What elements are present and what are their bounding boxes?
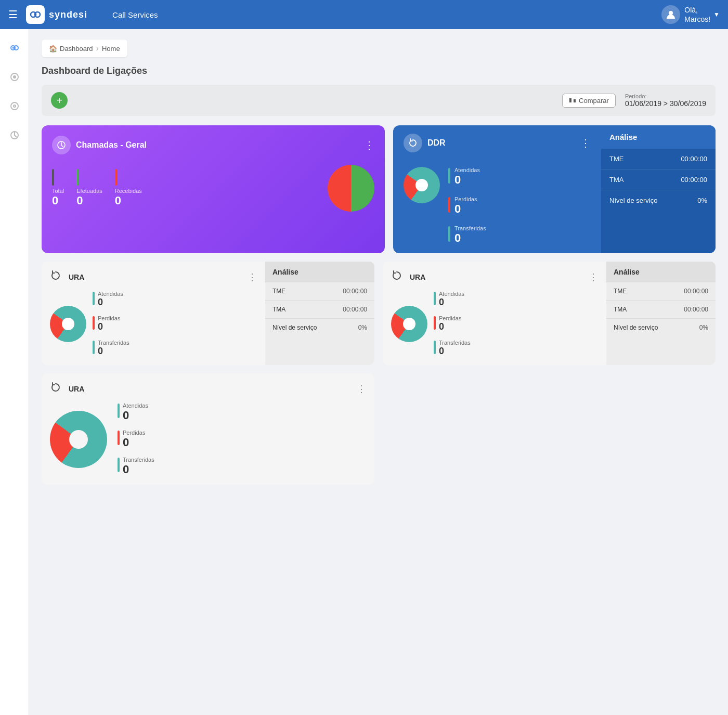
ura2-card: URA ⋮ Atendidas 0	[383, 262, 716, 365]
logo-icon	[30, 9, 41, 20]
breadcrumb-home[interactable]: 🏠 Dashboard	[49, 45, 93, 53]
ura1-menu[interactable]: ⋮	[248, 271, 257, 283]
ura3-body: Atendidas 0 Perdidas 0	[50, 402, 366, 476]
ura1-tme: TME 00:00:00	[265, 282, 374, 301]
ddr-perdidas: Perdidas 0	[448, 196, 486, 216]
chamadas-pie	[328, 165, 374, 212]
ura1-stats: Atendidas 0 Perdidas 0	[93, 291, 129, 357]
sidebar	[0, 29, 29, 715]
ura1-analysis-title: Análise	[265, 262, 374, 282]
ura2-perdidas: Perdidas 0	[434, 315, 471, 332]
ura1-left: URA ⋮ Atendidas 0	[42, 262, 265, 365]
ura2-analysis-title: Análise	[606, 262, 716, 282]
chamadas-header: Chamadas - Geral ⋮	[52, 136, 374, 154]
svg-point-8	[11, 102, 18, 110]
ura3-atendidas: Atendidas 0	[118, 402, 154, 422]
row-3: URA ⋮ Atendidas 0 Pe	[42, 373, 716, 485]
logo-box	[26, 5, 45, 24]
phone-sync-icon	[57, 140, 66, 150]
logo-text: syndesi	[49, 9, 87, 20]
ddr-pie-chart	[404, 167, 440, 203]
menu-icon[interactable]: ☰	[8, 8, 18, 21]
ura1-header: URA ⋮	[50, 270, 257, 284]
ura2-title: URA	[410, 273, 425, 281]
svg-rect-11	[569, 98, 571, 102]
chamadas-card: Chamadas - Geral ⋮ Total 0 Efetuadas 0 R…	[42, 125, 385, 253]
ura3-perdidas-bar	[118, 431, 120, 445]
stat-recebidas: Recebidas 0	[115, 169, 142, 207]
ura3-pie	[50, 411, 107, 468]
ddr-left: DDR ⋮ Atendidas 0	[393, 125, 601, 253]
svg-point-2	[669, 11, 673, 15]
sidebar-item-3[interactable]	[6, 98, 23, 114]
sidebar-item-2[interactable]	[6, 69, 23, 85]
ddr-icon	[404, 134, 422, 152]
breadcrumb-current: Home	[102, 45, 120, 53]
ddr-tme-row: TME 00:00:00	[601, 149, 716, 170]
period-box: Período: 01/06/2019 > 30/06/2019	[625, 93, 706, 108]
ura3-refresh-icon	[50, 382, 61, 393]
ddr-card: DDR ⋮ Atendidas 0	[393, 125, 716, 253]
ura3-menu[interactable]: ⋮	[357, 383, 366, 395]
ddr-stat-list: Atendidas 0 Perdidas 0	[448, 167, 486, 245]
sidebar-item-home[interactable]	[6, 40, 23, 56]
ddr-menu[interactable]: ⋮	[580, 137, 591, 149]
ura2-right: Análise TME 00:00:00 TMA 00:00:00 Nível …	[606, 262, 716, 365]
svg-point-9	[14, 105, 16, 107]
svg-point-7	[13, 75, 16, 79]
ura3-card: URA ⋮ Atendidas 0 Pe	[42, 373, 374, 485]
user-info: Olá, Marcos!	[684, 5, 710, 24]
avatar	[661, 5, 680, 24]
ura1-tma: TMA 00:00:00	[265, 301, 374, 319]
ddr-stats: Atendidas 0 Perdidas 0	[404, 163, 591, 245]
ura2-menu[interactable]: ⋮	[589, 271, 598, 283]
chamadas-menu[interactable]: ⋮	[364, 139, 374, 151]
compare-button[interactable]: Comparar	[562, 94, 616, 108]
user-greeting: Olá,	[684, 5, 710, 15]
ura3-title: URA	[69, 385, 84, 393]
row-2: URA ⋮ Atendidas 0	[42, 262, 716, 365]
ddr-nivel-row: Nível de serviço 0%	[601, 190, 716, 211]
compare-icon	[569, 97, 576, 104]
ura1-atendidas-bar	[93, 292, 95, 305]
ddr-transferidas: Transferidas 0	[448, 225, 486, 245]
atendidas-bar	[448, 168, 450, 184]
period-value: 01/06/2019 > 30/06/2019	[625, 99, 706, 108]
ddr-refresh-icon	[408, 138, 418, 148]
svg-rect-12	[574, 99, 576, 102]
user-name: Marcos!	[684, 15, 710, 24]
breadcrumb: 🏠 Dashboard › Home	[42, 40, 127, 57]
ddr-atendidas: Atendidas 0	[448, 167, 486, 187]
ura1-pie	[50, 306, 86, 342]
ura3-icon	[50, 382, 64, 396]
ura3-transferidas-bar	[118, 458, 120, 472]
ura2-tme: TME 00:00:00	[606, 282, 716, 301]
ura2-left: URA ⋮ Atendidas 0	[383, 262, 606, 365]
ura1-atendidas: Atendidas 0	[93, 291, 129, 308]
toolbar-card: + Comparar Período: 01/06/2019 > 30/06/2…	[42, 85, 716, 116]
ura2-atendidas: Atendidas 0	[434, 291, 471, 308]
total-bar	[52, 169, 54, 186]
ura2-perdidas-bar	[434, 316, 436, 330]
home-icon: 🏠	[49, 45, 57, 53]
ura2-pie	[391, 306, 427, 342]
recebidas-bar	[115, 169, 117, 186]
ura2-body: Atendidas 0 Perdidas 0	[391, 291, 598, 357]
ura1-icon	[50, 270, 64, 284]
add-button[interactable]: +	[51, 92, 68, 109]
chamadas-pie-chart	[328, 165, 374, 212]
efetuadas-bar	[76, 169, 79, 186]
sidebar-item-4[interactable]	[6, 127, 23, 144]
ura2-tma: TMA 00:00:00	[606, 301, 716, 319]
ura3-perdidas: Perdidas 0	[118, 430, 154, 449]
transferidas-bar	[448, 226, 450, 242]
page-title: Dashboard de Ligações	[42, 66, 716, 76]
chamadas-icon	[52, 136, 71, 154]
ura1-transferidas: Transferidas 0	[93, 340, 129, 357]
perdidas-bar	[448, 197, 450, 213]
ura2-header: URA ⋮	[391, 270, 598, 284]
user-menu[interactable]: Olá, Marcos! ▼	[661, 5, 720, 24]
chamadas-stats: Total 0 Efetuadas 0 Recebidas 0	[52, 165, 374, 212]
ura1-perdidas-bar	[93, 316, 95, 330]
ddr-analysis-title: Análise	[601, 125, 716, 149]
